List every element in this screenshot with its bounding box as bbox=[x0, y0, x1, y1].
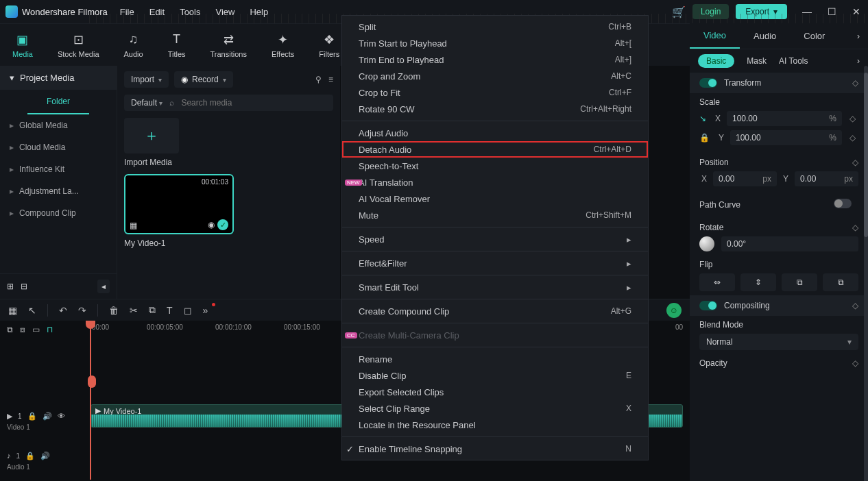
sort-default[interactable]: Default ▾ bbox=[131, 98, 162, 108]
ctx-ai-vocal-remover[interactable]: AI Vocal Remover bbox=[342, 190, 648, 207]
inspector-scrollbar[interactable] bbox=[864, 66, 868, 481]
marker[interactable] bbox=[88, 375, 96, 388]
text-icon[interactable]: T bbox=[167, 305, 173, 316]
module-stock-media[interactable]: ⊡Stock Media bbox=[58, 32, 99, 58]
playhead[interactable] bbox=[90, 321, 91, 480]
cursor-icon[interactable]: ↖ bbox=[28, 305, 36, 316]
tabs-more-icon[interactable]: › bbox=[849, 32, 868, 41]
lock-icon[interactable]: 🔒 bbox=[699, 133, 712, 143]
position-y-input[interactable]: 0.00px bbox=[795, 171, 858, 186]
compositing-toggle[interactable] bbox=[699, 301, 717, 310]
flip-paste-button[interactable]: ⧉ bbox=[823, 273, 858, 291]
keyframe-diamond-icon[interactable]: ◇ bbox=[846, 133, 858, 143]
ctx-enable-timeline-snapping[interactable]: ✓Enable Timeline SnappingN bbox=[342, 441, 648, 457]
ctx-mute[interactable]: MuteCtrl+Shift+M bbox=[342, 207, 648, 223]
ctx-adjust-audio[interactable]: Adjust Audio bbox=[342, 125, 648, 141]
ctx-export-selected-clips[interactable]: Export Selected Clips bbox=[342, 384, 648, 400]
ctx-detach-audio[interactable]: Detach AudioCtrl+Alt+D bbox=[342, 141, 648, 158]
grid-icon[interactable]: ▦ bbox=[8, 305, 17, 316]
sidebar-item-adjustment-layer[interactable]: ▸Adjustment La... bbox=[0, 180, 117, 202]
keyframe-diamond-icon[interactable]: ◇ bbox=[852, 358, 858, 368]
collapse-sidebar-icon[interactable]: ◂ bbox=[97, 280, 110, 293]
module-effects[interactable]: ✦Effects bbox=[272, 32, 294, 58]
keyframe-diamond-icon[interactable]: ◇ bbox=[852, 78, 858, 88]
lock-icon[interactable]: 🔒 bbox=[27, 412, 37, 421]
subtab-mask[interactable]: Mask bbox=[747, 56, 767, 66]
keyframe-diamond-icon[interactable]: ◇ bbox=[852, 301, 858, 310]
sidebar-header[interactable]: ▾Project Media bbox=[0, 66, 117, 90]
ctx-trim-end-to-playhead[interactable]: Trim End to PlayheadAlt+] bbox=[342, 51, 648, 68]
keyframe-diamond-icon[interactable]: ◇ bbox=[852, 223, 858, 232]
tab-color[interactable]: Color bbox=[790, 23, 839, 49]
undo-icon[interactable]: ↶ bbox=[59, 305, 67, 316]
section-transform[interactable]: Transform ◇ bbox=[690, 73, 868, 93]
subtab-basic[interactable]: Basic bbox=[698, 54, 734, 68]
sidebar-item-influence-kit[interactable]: ▸Influence Kit bbox=[0, 158, 117, 180]
ctx-smart-edit-tool[interactable]: Smart Edit Tool▸ bbox=[342, 279, 648, 295]
sidebar-item-compound-clip[interactable]: ▸Compound Clip bbox=[0, 202, 117, 224]
ctx-rotate-90-cw[interactable]: Rotate 90 CWCtrl+Alt+Right bbox=[342, 101, 648, 117]
scale-y-input[interactable]: 100.00% bbox=[730, 130, 842, 145]
ai-face-icon[interactable]: ☺ bbox=[666, 303, 682, 318]
ctx-select-clip-range[interactable]: Select Clip RangeX bbox=[342, 400, 648, 417]
ctx-speech-to-text[interactable]: Speech-to-Text bbox=[342, 158, 648, 174]
flip-vertical-button[interactable]: ⇕ bbox=[740, 273, 776, 291]
eye-icon[interactable]: 👁 bbox=[58, 412, 65, 420]
ctx-crop-and-zoom[interactable]: Crop and ZoomAlt+C bbox=[342, 68, 648, 84]
flip-horizontal-button[interactable]: ⇔ bbox=[699, 273, 735, 291]
import-tile[interactable]: ＋ bbox=[124, 118, 179, 153]
module-titles[interactable]: TTitles bbox=[168, 32, 186, 58]
filter-icon[interactable]: ⚲ bbox=[315, 75, 322, 84]
ctx-locate-in-the-resource-panel[interactable]: Locate in the Resource Panel bbox=[342, 417, 648, 433]
module-audio[interactable]: ♫Audio bbox=[124, 32, 143, 58]
ctx-crop-to-fit[interactable]: Crop to FitCtrl+F bbox=[342, 84, 648, 101]
sidebar-tab-folder[interactable]: Folder bbox=[27, 90, 89, 114]
keyframe-diamond-icon[interactable]: ◇ bbox=[852, 158, 858, 167]
module-transitions[interactable]: ⇄Transitions bbox=[210, 32, 247, 58]
subtab-ai-tools[interactable]: AI Tools bbox=[779, 56, 808, 66]
rotate-knob[interactable] bbox=[699, 236, 714, 251]
record-dropdown[interactable]: ◉Record▾ bbox=[174, 71, 233, 88]
ctx-split[interactable]: SplitCtrl+B bbox=[342, 18, 648, 35]
cut-icon[interactable]: ✂ bbox=[130, 305, 138, 316]
new-bin-icon[interactable]: ⊟ bbox=[21, 282, 27, 291]
ctx-create-compound-clip[interactable]: Create Compound ClipAlt+G bbox=[342, 303, 648, 319]
frame-icon[interactable]: ◻ bbox=[184, 305, 192, 316]
more-tools-icon[interactable]: » bbox=[203, 305, 208, 316]
import-dropdown[interactable]: Import▾ bbox=[124, 71, 169, 88]
tl-icon-2[interactable]: ⧈ bbox=[20, 325, 25, 334]
flip-copy-button[interactable]: ⧉ bbox=[782, 273, 817, 291]
trash-icon[interactable]: 🗑 bbox=[109, 305, 119, 316]
ctx-speed[interactable]: Speed▸ bbox=[342, 231, 648, 247]
ctx-effect-filter[interactable]: Effect&Filter▸ bbox=[342, 255, 648, 271]
tab-video[interactable]: Video bbox=[690, 23, 740, 49]
media-thumbnail[interactable]: 00:01:03 ▦ ◉✓ bbox=[124, 174, 234, 234]
blendmode-select[interactable]: Normal▾ bbox=[699, 334, 858, 350]
new-folder-icon[interactable]: ⊞ bbox=[7, 282, 14, 291]
magnet-icon[interactable]: ⊓ bbox=[47, 325, 53, 334]
mute-icon[interactable]: 🔊 bbox=[40, 452, 50, 460]
mute-icon[interactable]: 🔊 bbox=[43, 412, 52, 421]
rotate-input[interactable]: 0.00° bbox=[721, 236, 858, 251]
keyframe-diamond-icon[interactable]: ◇ bbox=[846, 114, 858, 123]
ctx-trim-start-to-playhead[interactable]: Trim Start to PlayheadAlt+[ bbox=[342, 35, 648, 51]
link-icon[interactable]: ↘ bbox=[699, 114, 709, 123]
transform-toggle[interactable] bbox=[699, 78, 717, 88]
tab-audio[interactable]: Audio bbox=[740, 23, 790, 49]
module-filters[interactable]: ❖Filters bbox=[319, 32, 339, 58]
search-input[interactable] bbox=[181, 98, 326, 108]
ctx-ai-translation[interactable]: NEWAI Translation bbox=[342, 174, 648, 190]
tl-icon-3[interactable]: ▭ bbox=[32, 325, 40, 334]
redo-icon[interactable]: ↷ bbox=[78, 305, 86, 316]
tl-icon-1[interactable]: ⧉ bbox=[7, 325, 13, 334]
ctx-disable-clip[interactable]: Disable ClipE bbox=[342, 367, 648, 384]
pathcurve-toggle[interactable] bbox=[834, 199, 852, 208]
module-media[interactable]: ▣Media bbox=[12, 32, 33, 58]
ctx-rename[interactable]: Rename bbox=[342, 351, 648, 367]
subtabs-more-icon[interactable]: › bbox=[857, 56, 860, 66]
section-compositing[interactable]: Compositing ◇ bbox=[690, 295, 868, 316]
sidebar-item-cloud-media[interactable]: ▸Cloud Media bbox=[0, 136, 117, 158]
sidebar-item-global-media[interactable]: ▸Global Media bbox=[0, 114, 117, 136]
lock-icon[interactable]: 🔒 bbox=[25, 452, 35, 460]
more-icon[interactable]: ≡ bbox=[328, 75, 333, 84]
